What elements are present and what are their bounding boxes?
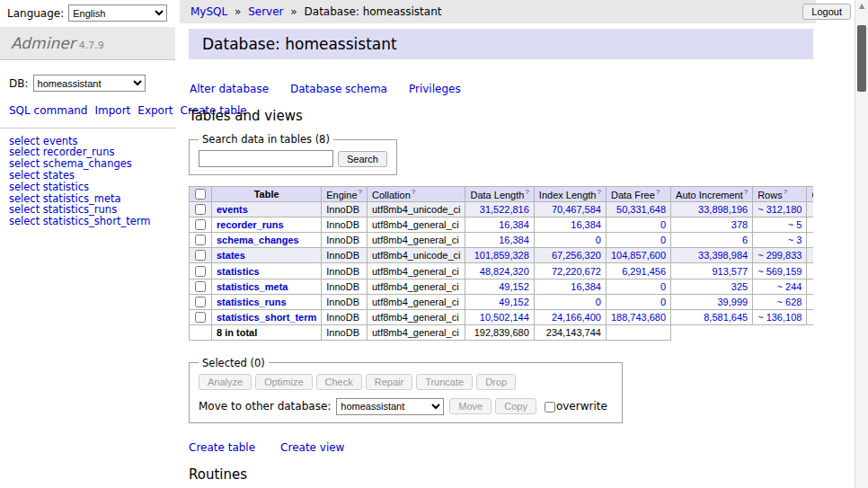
- sidebar-action-link[interactable]: Export: [137, 104, 173, 117]
- auto-increment-link[interactable]: 33,898,196: [698, 204, 748, 215]
- data-free-link[interactable]: 0: [660, 235, 666, 245]
- index-length-link[interactable]: 70,467,584: [552, 204, 601, 215]
- create-link[interactable]: Create table: [189, 441, 255, 454]
- row-checkbox[interactable]: [195, 297, 206, 307]
- data-free-link[interactable]: 6,291,456: [622, 266, 666, 277]
- comment-cell: [807, 263, 813, 279]
- breadcrumb-link[interactable]: Server: [248, 5, 283, 18]
- rows-link[interactable]: ~ 299,833: [757, 250, 802, 261]
- check-button[interactable]: Check: [316, 374, 362, 390]
- table-name-link[interactable]: schema_changes: [217, 235, 299, 245]
- data-length-link[interactable]: 10,502,144: [480, 312, 529, 323]
- row-checkbox[interactable]: [195, 235, 206, 245]
- rows-link[interactable]: ~ 312,180: [757, 204, 802, 215]
- row-checkbox[interactable]: [195, 312, 206, 323]
- auto-increment-link[interactable]: 378: [731, 219, 748, 230]
- index-length-link[interactable]: 0: [596, 235, 601, 245]
- sidebar-table-link[interactable]: select statistics_short_term: [9, 216, 166, 227]
- routines-heading: Routines: [189, 466, 813, 483]
- data-free-link[interactable]: 188,743,680: [611, 312, 666, 323]
- help-link[interactable]: ?: [359, 188, 362, 196]
- db-nav-link[interactable]: Alter database: [190, 83, 269, 95]
- table-name-link[interactable]: statistics: [217, 266, 260, 277]
- data-length-link[interactable]: 16,384: [499, 235, 529, 245]
- index-length-link[interactable]: 72,220,672: [552, 266, 601, 277]
- data-free-link[interactable]: 0: [660, 297, 666, 307]
- table-name-link[interactable]: recorder_runs: [217, 219, 284, 230]
- index-length-link[interactable]: 16,384: [571, 281, 601, 292]
- index-length-link[interactable]: 16,384: [571, 219, 601, 230]
- sidebar-action-link[interactable]: SQL command: [9, 104, 87, 117]
- language-select[interactable]: English: [68, 4, 167, 22]
- row-checkbox[interactable]: [195, 204, 206, 215]
- help-link[interactable]: ?: [656, 188, 660, 196]
- data-free-link[interactable]: 0: [660, 281, 666, 292]
- search-button[interactable]: Search: [338, 151, 387, 167]
- auto-increment-link[interactable]: 913,577: [712, 266, 748, 277]
- row-checkbox[interactable]: [195, 266, 206, 277]
- index-length-link[interactable]: 0: [596, 297, 601, 307]
- logout-button[interactable]: Logout: [802, 4, 851, 20]
- data-free-link[interactable]: 50,331,648: [616, 204, 666, 215]
- data-length-link[interactable]: 49,152: [499, 281, 529, 292]
- db-nav-link[interactable]: Database schema: [290, 83, 387, 95]
- help-link[interactable]: ?: [525, 188, 528, 196]
- table-name-link[interactable]: statistics_short_term: [217, 312, 316, 323]
- db-nav-link[interactable]: Privileges: [409, 83, 461, 95]
- optimize-button[interactable]: Optimize: [255, 374, 312, 390]
- data-length-link[interactable]: 16,384: [499, 219, 529, 230]
- sidebar-table-link[interactable]: select states: [9, 170, 166, 182]
- auto-increment-link[interactable]: 6: [742, 235, 748, 245]
- search-input[interactable]: [199, 150, 333, 167]
- index-length-link[interactable]: 67,256,320: [552, 250, 601, 261]
- overwrite-checkbox[interactable]: [545, 402, 555, 413]
- rows-link[interactable]: ~ 3: [788, 235, 802, 245]
- row-checkbox[interactable]: [195, 250, 206, 261]
- sidebar-action-link[interactable]: Import: [94, 104, 130, 117]
- table-name-link[interactable]: events: [217, 204, 248, 215]
- analyze-button[interactable]: Analyze: [199, 374, 252, 390]
- auto-increment-link[interactable]: 325: [731, 281, 748, 292]
- scrollbar-thumb[interactable]: [857, 25, 866, 92]
- rows-link[interactable]: ~ 628: [777, 297, 802, 307]
- repair-button[interactable]: Repair: [366, 374, 412, 390]
- auto-increment-link[interactable]: 33,398,984: [698, 250, 748, 261]
- table-name-link[interactable]: states: [217, 250, 245, 261]
- help-link[interactable]: ?: [784, 188, 787, 196]
- truncate-button[interactable]: Truncate: [416, 374, 473, 390]
- rows-link[interactable]: ~ 5: [788, 219, 802, 230]
- db-select[interactable]: homeassistant: [33, 75, 146, 92]
- data-length-link[interactable]: 31,522,816: [480, 204, 529, 215]
- db-selector-row: DB:homeassistant: [9, 75, 166, 92]
- data-length-link[interactable]: 101,859,328: [474, 250, 529, 261]
- breadcrumb-link[interactable]: MySQL: [190, 5, 227, 18]
- sidebar-table-link[interactable]: select statistics: [9, 182, 166, 193]
- rows-link[interactable]: ~ 136,108: [757, 312, 802, 323]
- help-link[interactable]: ?: [597, 188, 600, 196]
- rows-link[interactable]: ~ 569,159: [757, 266, 802, 277]
- help-link[interactable]: ?: [412, 188, 415, 196]
- auto-increment-link[interactable]: 39,999: [718, 297, 748, 307]
- data-free-link[interactable]: 0: [660, 219, 666, 230]
- table-name-link[interactable]: statistics_runs: [217, 297, 287, 307]
- index-length-link[interactable]: 24,166,400: [552, 312, 601, 323]
- data-length-link[interactable]: 48,824,320: [480, 266, 529, 277]
- table-name-link[interactable]: statistics_meta: [217, 281, 288, 292]
- auto-increment-link[interactable]: 8,581,645: [704, 312, 748, 323]
- data-free-link[interactable]: 104,857,600: [611, 250, 666, 261]
- copy-button[interactable]: Copy: [495, 398, 536, 414]
- data-length-link[interactable]: 49,152: [499, 297, 529, 307]
- row-checkbox[interactable]: [195, 219, 206, 230]
- select-all-checkbox[interactable]: [195, 189, 206, 200]
- move-button[interactable]: Move: [449, 398, 492, 414]
- app-name[interactable]: Adminer: [11, 34, 75, 52]
- help-link[interactable]: ?: [744, 188, 748, 196]
- sidebar-divider: [0, 128, 175, 129]
- row-checkbox[interactable]: [195, 281, 206, 292]
- scrollbar[interactable]: ▲: [855, 0, 868, 488]
- scroll-up-icon[interactable]: ▲: [855, 0, 868, 13]
- move-db-select[interactable]: homeassistant: [336, 398, 444, 415]
- rows-link[interactable]: ~ 244: [777, 281, 802, 292]
- create-link[interactable]: Create view: [280, 441, 344, 454]
- drop-button[interactable]: Drop: [476, 374, 516, 390]
